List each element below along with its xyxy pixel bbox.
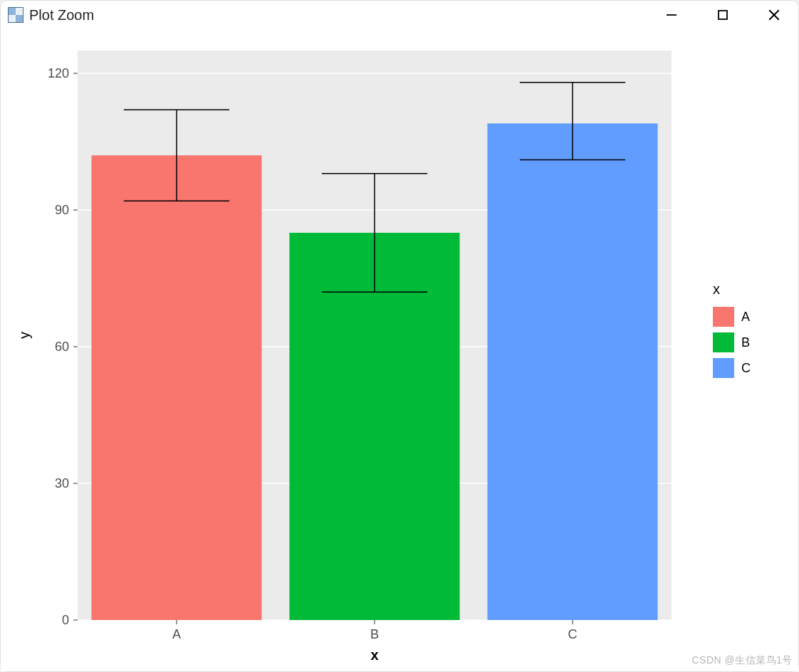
titlebar: Plot Zoom xyxy=(1,1,798,29)
legend-swatch-C xyxy=(713,358,734,378)
plot-zoom-window: Plot Zoom 0306090120ABCxyxABC xyxy=(0,0,799,672)
app-icon xyxy=(8,7,24,23)
legend-swatch-B xyxy=(713,332,734,352)
x-tick-label: C xyxy=(568,627,578,641)
maximize-button[interactable] xyxy=(714,6,731,23)
svg-rect-1 xyxy=(719,11,727,19)
legend-label-B: B xyxy=(741,335,750,350)
plot-area: 0306090120ABCxyxABC CSDN @生信菜鸟1号 xyxy=(1,29,798,671)
close-icon xyxy=(768,9,780,21)
x-tick-label: A xyxy=(172,627,181,641)
y-tick-label: 30 xyxy=(55,476,69,490)
minimize-icon xyxy=(666,9,677,21)
x-axis-title: x xyxy=(370,647,378,663)
y-tick-label: 0 xyxy=(62,613,69,627)
close-button[interactable] xyxy=(766,6,783,23)
x-tick-label: B xyxy=(370,627,379,641)
legend-label-A: A xyxy=(741,310,750,324)
maximize-icon xyxy=(717,9,728,21)
y-tick-label: 60 xyxy=(55,340,69,354)
window-title: Plot Zoom xyxy=(29,7,94,23)
y-axis-title: y xyxy=(16,332,32,339)
minimize-button[interactable] xyxy=(663,6,680,23)
window-controls xyxy=(663,6,783,23)
legend-label-C: C xyxy=(741,361,751,375)
y-tick-label: 90 xyxy=(55,203,69,217)
legend-title: x xyxy=(713,281,720,297)
legend-swatch-A xyxy=(713,307,734,327)
bar-chart: 0306090120ABCxyxABC xyxy=(1,29,799,672)
y-tick-label: 120 xyxy=(48,66,69,80)
